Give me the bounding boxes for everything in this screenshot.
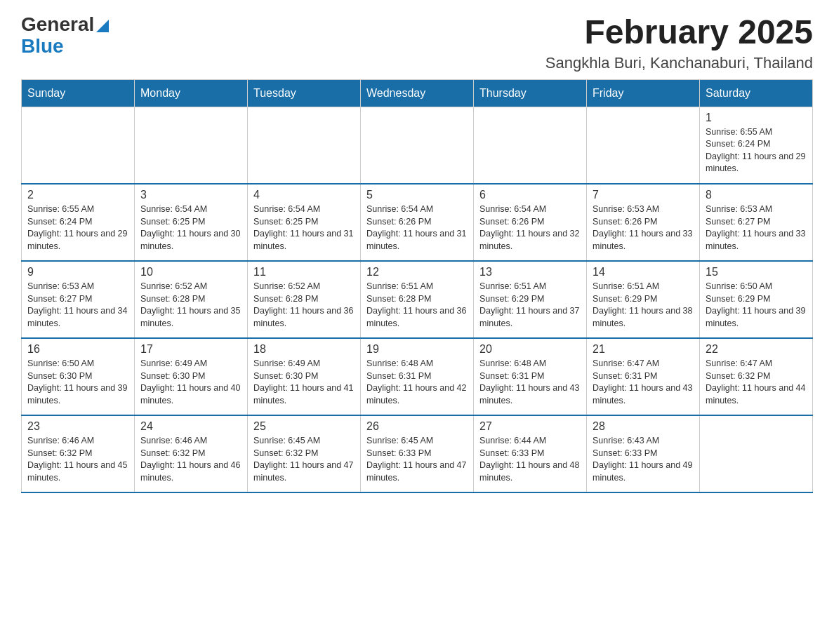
calendar-cell: 22Sunrise: 6:47 AMSunset: 6:32 PMDayligh… [700,338,813,415]
calendar-cell: 27Sunrise: 6:44 AMSunset: 6:33 PMDayligh… [474,415,587,492]
header-saturday: Saturday [700,79,813,107]
header-thursday: Thursday [474,79,587,107]
header-wednesday: Wednesday [361,79,474,107]
day-number: 12 [366,266,468,279]
header-tuesday: Tuesday [248,79,361,107]
day-info: Sunrise: 6:45 AMSunset: 6:33 PMDaylight:… [366,435,468,484]
location-subtitle: Sangkhla Buri, Kanchanaburi, Thailand [545,54,813,72]
day-info: Sunrise: 6:54 AMSunset: 6:26 PMDaylight:… [479,203,581,253]
day-info: Sunrise: 6:50 AMSunset: 6:29 PMDaylight:… [706,281,807,330]
day-number: 2 [27,189,128,201]
day-number: 26 [366,420,468,433]
header: General Blue February 2025 Sangkhla Buri… [21,14,813,72]
calendar-cell: 24Sunrise: 6:46 AMSunset: 6:32 PMDayligh… [135,415,248,492]
calendar-cell [361,107,474,184]
day-number: 5 [366,189,468,201]
day-info: Sunrise: 6:49 AMSunset: 6:30 PMDaylight:… [140,358,241,407]
calendar-cell: 2Sunrise: 6:55 AMSunset: 6:24 PMDaylight… [22,184,135,261]
logo-blue-text: Blue [21,35,64,57]
day-info: Sunrise: 6:46 AMSunset: 6:32 PMDaylight:… [27,435,128,484]
day-number: 6 [479,189,581,201]
day-info: Sunrise: 6:52 AMSunset: 6:28 PMDaylight:… [140,281,241,330]
day-info: Sunrise: 6:52 AMSunset: 6:28 PMDaylight:… [253,281,355,330]
day-number: 19 [366,343,468,356]
title-area: February 2025 Sangkhla Buri, Kanchanabur… [545,14,813,72]
calendar-cell [22,107,135,184]
calendar-cell: 5Sunrise: 6:54 AMSunset: 6:26 PMDaylight… [361,184,474,261]
calendar-cell: 7Sunrise: 6:53 AMSunset: 6:26 PMDaylight… [587,184,700,261]
calendar-cell: 15Sunrise: 6:50 AMSunset: 6:29 PMDayligh… [700,261,813,338]
day-number: 22 [706,343,807,356]
calendar-cell: 26Sunrise: 6:45 AMSunset: 6:33 PMDayligh… [361,415,474,492]
month-year-title: February 2025 [545,14,813,51]
calendar-week-row: 23Sunrise: 6:46 AMSunset: 6:32 PMDayligh… [22,415,813,492]
logo-general-text: General [21,14,94,36]
day-number: 17 [140,343,241,356]
day-info: Sunrise: 6:51 AMSunset: 6:29 PMDaylight:… [593,281,694,330]
day-number: 28 [593,420,694,433]
day-number: 3 [140,189,241,201]
day-number: 10 [140,266,241,279]
day-number: 8 [706,189,807,201]
day-info: Sunrise: 6:46 AMSunset: 6:32 PMDaylight:… [140,435,241,484]
day-number: 20 [479,343,581,356]
calendar-cell: 9Sunrise: 6:53 AMSunset: 6:27 PMDaylight… [22,261,135,338]
day-number: 16 [27,343,128,356]
svg-marker-0 [96,20,109,32]
calendar-cell [248,107,361,184]
day-info: Sunrise: 6:47 AMSunset: 6:31 PMDaylight:… [593,358,694,407]
calendar-week-row: 2Sunrise: 6:55 AMSunset: 6:24 PMDaylight… [22,184,813,261]
calendar-cell [135,107,248,184]
calendar-cell [587,107,700,184]
calendar-cell: 25Sunrise: 6:45 AMSunset: 6:32 PMDayligh… [248,415,361,492]
day-number: 15 [706,266,807,279]
day-number: 21 [593,343,694,356]
day-info: Sunrise: 6:48 AMSunset: 6:31 PMDaylight:… [479,358,581,407]
logo-triangle-icon [96,17,109,32]
day-number: 7 [593,189,694,201]
day-info: Sunrise: 6:53 AMSunset: 6:27 PMDaylight:… [706,203,807,253]
day-info: Sunrise: 6:44 AMSunset: 6:33 PMDaylight:… [479,435,581,484]
day-info: Sunrise: 6:51 AMSunset: 6:29 PMDaylight:… [479,281,581,330]
calendar-cell: 1Sunrise: 6:55 AMSunset: 6:24 PMDaylight… [700,107,813,184]
calendar-cell [700,415,813,492]
calendar-cell: 23Sunrise: 6:46 AMSunset: 6:32 PMDayligh… [22,415,135,492]
day-info: Sunrise: 6:45 AMSunset: 6:32 PMDaylight:… [253,435,355,484]
calendar-cell [474,107,587,184]
day-info: Sunrise: 6:54 AMSunset: 6:26 PMDaylight:… [366,203,468,253]
calendar-cell: 12Sunrise: 6:51 AMSunset: 6:28 PMDayligh… [361,261,474,338]
day-number: 13 [479,266,581,279]
header-friday: Friday [587,79,700,107]
day-info: Sunrise: 6:54 AMSunset: 6:25 PMDaylight:… [140,203,241,253]
calendar-week-row: 16Sunrise: 6:50 AMSunset: 6:30 PMDayligh… [22,338,813,415]
day-number: 18 [253,343,355,356]
calendar-table: SundayMondayTuesdayWednesdayThursdayFrid… [21,79,813,494]
day-number: 23 [27,420,128,433]
day-info: Sunrise: 6:50 AMSunset: 6:30 PMDaylight:… [27,358,128,407]
calendar-week-row: 1Sunrise: 6:55 AMSunset: 6:24 PMDaylight… [22,107,813,184]
calendar-cell: 18Sunrise: 6:49 AMSunset: 6:30 PMDayligh… [248,338,361,415]
calendar-cell: 20Sunrise: 6:48 AMSunset: 6:31 PMDayligh… [474,338,587,415]
calendar-week-row: 9Sunrise: 6:53 AMSunset: 6:27 PMDaylight… [22,261,813,338]
calendar-cell: 21Sunrise: 6:47 AMSunset: 6:31 PMDayligh… [587,338,700,415]
day-number: 4 [253,189,355,201]
calendar-cell: 10Sunrise: 6:52 AMSunset: 6:28 PMDayligh… [135,261,248,338]
day-info: Sunrise: 6:53 AMSunset: 6:27 PMDaylight:… [27,281,128,330]
day-number: 24 [140,420,241,433]
day-number: 14 [593,266,694,279]
header-sunday: Sunday [22,79,135,107]
calendar-header-row: SundayMondayTuesdayWednesdayThursdayFrid… [22,79,813,107]
day-info: Sunrise: 6:54 AMSunset: 6:25 PMDaylight:… [253,203,355,253]
calendar-cell: 16Sunrise: 6:50 AMSunset: 6:30 PMDayligh… [22,338,135,415]
day-info: Sunrise: 6:48 AMSunset: 6:31 PMDaylight:… [366,358,468,407]
day-info: Sunrise: 6:47 AMSunset: 6:32 PMDaylight:… [706,358,807,407]
calendar-cell: 4Sunrise: 6:54 AMSunset: 6:25 PMDaylight… [248,184,361,261]
day-info: Sunrise: 6:51 AMSunset: 6:28 PMDaylight:… [366,281,468,330]
calendar-cell: 28Sunrise: 6:43 AMSunset: 6:33 PMDayligh… [587,415,700,492]
day-info: Sunrise: 6:49 AMSunset: 6:30 PMDaylight:… [253,358,355,407]
calendar-cell: 19Sunrise: 6:48 AMSunset: 6:31 PMDayligh… [361,338,474,415]
calendar-cell: 11Sunrise: 6:52 AMSunset: 6:28 PMDayligh… [248,261,361,338]
day-number: 27 [479,420,581,433]
day-number: 1 [706,112,807,124]
calendar-cell: 6Sunrise: 6:54 AMSunset: 6:26 PMDaylight… [474,184,587,261]
